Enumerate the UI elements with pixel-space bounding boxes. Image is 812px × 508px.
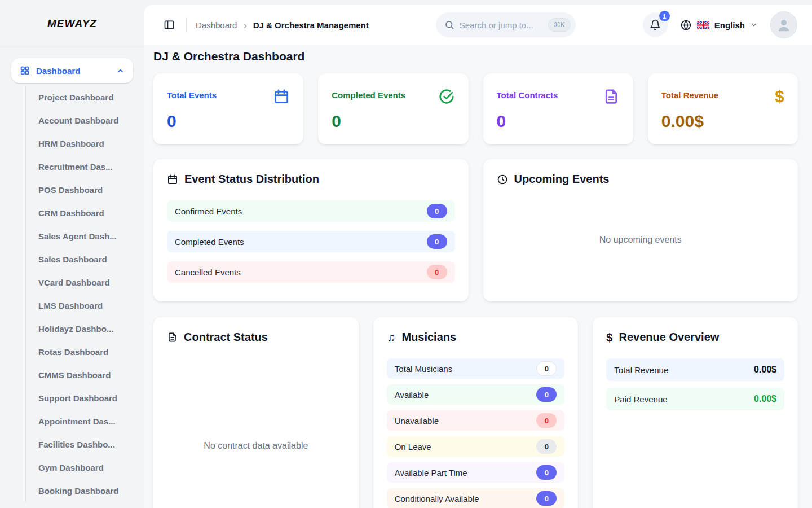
sidebar-item-holidayz[interactable]: Holidayz Dashbo...	[38, 317, 133, 340]
row-label: Total Revenue	[614, 365, 668, 375]
panel-title: Upcoming Events	[514, 173, 610, 186]
musician-row-unavailable: Unavailable 0	[387, 410, 565, 431]
sidebar-item-gym[interactable]: Gym Dashboard	[38, 456, 133, 479]
search-bar[interactable]: ⌘K	[436, 12, 576, 37]
sidebar-item-cmms[interactable]: CMMS Dashboard	[38, 364, 133, 387]
status-row-cancelled: Cancelled Events 0	[167, 261, 455, 283]
sidebar-item-vcard[interactable]: VCard Dashboard	[38, 271, 133, 294]
sidebar-item-rotas[interactable]: Rotas Dashboard	[38, 340, 133, 364]
musicians-panel: ♫ Musicians Total Musicians 0 Available …	[373, 317, 579, 508]
musician-row-on-leave: On Leave 0	[387, 436, 565, 457]
logo-wrap: MEWAYZ	[0, 0, 144, 47]
uk-flag-icon	[697, 21, 709, 29]
breadcrumb-current: DJ & Orchestra Management	[253, 20, 369, 30]
row-label: On Leave	[395, 442, 431, 452]
stat-card-completed-events: Completed Events 0	[318, 73, 468, 144]
file-icon	[167, 332, 178, 343]
sidebar-item-pos[interactable]: POS Dashboard	[38, 178, 133, 202]
sidebar-toggle-button[interactable]	[159, 15, 179, 35]
breadcrumb-parent[interactable]: Dashboard	[196, 20, 237, 30]
stat-card-total-events: Total Events 0	[153, 73, 303, 144]
count-badge: 0	[427, 265, 447, 279]
count-badge: 0	[536, 491, 557, 506]
notifications-button[interactable]: 1	[643, 12, 668, 37]
user-avatar[interactable]	[770, 11, 797, 38]
panel-title: Event Status Distribution	[184, 173, 319, 186]
row-label: Total Musicians	[395, 364, 453, 374]
header-divider	[186, 17, 187, 32]
stat-value: 0	[497, 112, 620, 131]
count-badge: 0	[536, 413, 557, 428]
chevron-up-icon	[116, 67, 125, 75]
count-badge: 0	[536, 361, 557, 376]
musician-row-total: Total Musicians 0	[387, 358, 565, 379]
person-icon	[775, 16, 792, 33]
revenue-overview-panel: $ Revenue Overview Total Revenue 0.00$ P…	[593, 317, 798, 508]
calendar-icon	[273, 88, 290, 105]
calendar-icon	[167, 174, 178, 185]
row-value: 0.00$	[754, 365, 776, 375]
dollar-icon: $	[606, 332, 612, 343]
stat-card-total-contracts: Total Contracts 0	[483, 73, 633, 144]
count-badge: 0	[536, 387, 557, 402]
status-label: Cancelled Events	[175, 268, 241, 277]
count-badge: 0	[427, 204, 447, 218]
sidebar-item-account[interactable]: Account Dashboard	[38, 109, 133, 132]
revenue-row-paid: Paid Revenue 0.00$	[606, 388, 784, 410]
stat-label: Total Contracts	[497, 90, 558, 100]
sidebar: MEWAYZ Dashboard Project Dashboard Accou…	[0, 0, 144, 508]
bell-icon	[650, 19, 661, 30]
stat-value: 0	[332, 112, 454, 131]
sidebar-item-crm[interactable]: CRM Dashboard	[38, 202, 133, 225]
sidebar-item-facilities[interactable]: Facilities Dashbo...	[38, 433, 133, 456]
search-icon	[444, 20, 454, 30]
sidebar-item-hrm[interactable]: HRM Dashboard	[38, 132, 133, 155]
musician-row-conditional: Conditionally Available 0	[387, 488, 565, 508]
stat-card-total-revenue: Total Revenue $ 0.00$	[648, 73, 798, 144]
sidebar-item-lms[interactable]: LMS Dashboard	[38, 294, 133, 317]
musician-row-available: Available 0	[387, 384, 565, 405]
row-label: Conditionally Available	[395, 494, 479, 503]
search-input[interactable]	[460, 20, 543, 30]
language-label: English	[714, 20, 745, 30]
clock-icon	[497, 174, 508, 185]
sidebar-group-dashboard[interactable]: Dashboard	[11, 58, 133, 83]
language-selector[interactable]: English	[680, 19, 758, 31]
sidebar-item-sales[interactable]: Sales Dashboard	[38, 248, 133, 271]
breadcrumb: Dashboard › DJ & Orchestra Management	[196, 20, 369, 30]
stat-value: 0	[167, 112, 290, 131]
page-title: DJ & Orchestra Dashboard	[153, 50, 798, 63]
panel-title: Musicians	[401, 331, 456, 344]
music-note-icon: ♫	[387, 332, 396, 343]
search-shortcut-badge: ⌘K	[548, 18, 571, 32]
status-label: Completed Events	[175, 237, 244, 247]
bottom-row: Contract Status No contract data availab…	[153, 317, 798, 508]
sidebar-item-project[interactable]: Project Dashboard	[38, 86, 133, 109]
sidebar-item-support[interactable]: Support Dashboard	[38, 387, 133, 410]
empty-state-text: No upcoming events	[497, 200, 785, 279]
panel-left-icon	[164, 19, 175, 30]
row-label: Unavailable	[395, 416, 439, 426]
status-row-confirmed: Confirmed Events 0	[167, 200, 455, 222]
stat-value: 0.00$	[661, 112, 784, 131]
sidebar-item-recruitment[interactable]: Recruitment Das...	[38, 155, 133, 178]
row-label: Available Part Time	[395, 468, 467, 478]
brand-logo[interactable]: MEWAYZ	[47, 17, 97, 30]
row-value: 0.00$	[754, 394, 776, 404]
header-actions: 1 Engli	[643, 11, 797, 38]
globe-icon	[680, 19, 692, 31]
sidebar-item-sales-agent[interactable]: Sales Agent Dash...	[38, 225, 133, 248]
row-label: Available	[395, 390, 429, 400]
sidebar-nav: Dashboard Project Dashboard Account Dash…	[0, 47, 144, 502]
sidebar-item-appointment[interactable]: Appointment Das...	[38, 410, 133, 433]
count-badge: 0	[427, 234, 447, 249]
dollar-icon: $	[775, 88, 784, 105]
row-label: Paid Revenue	[614, 395, 667, 404]
empty-state-text: No contract data available	[167, 358, 345, 508]
file-text-icon	[603, 88, 620, 105]
event-status-panel: Event Status Distribution Confirmed Even…	[153, 159, 469, 301]
stat-card-row: Total Events 0 Completed Events	[153, 73, 798, 144]
grid-icon	[20, 65, 30, 76]
stat-label: Total Revenue	[661, 90, 718, 100]
sidebar-item-booking[interactable]: Booking Dashboard	[38, 479, 133, 502]
